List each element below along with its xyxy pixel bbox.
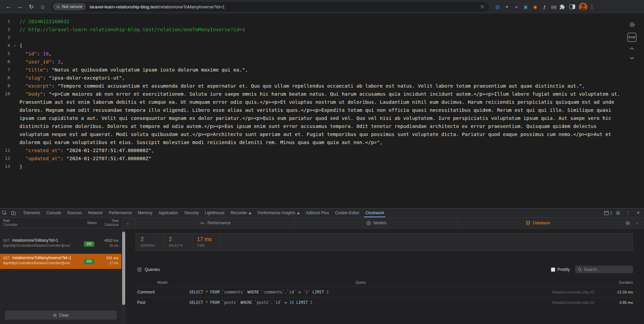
- caret-spacer: [10, 90, 19, 146]
- devtools-tab-clockwork[interactable]: Clockwork: [362, 209, 387, 217]
- stat-value: 2: [169, 236, 187, 242]
- extension-purple-icon[interactable]: ●: [512, 3, 521, 11]
- bookmark-star-icon[interactable]: ☆: [480, 4, 485, 10]
- clockwork-tab-database[interactable]: Database: [457, 218, 618, 228]
- address-bar[interactable]: ⚠ Not secure laravel-learn-relationship-…: [51, 2, 489, 12]
- requests-list: GET/relation/oneToMany?id=14932 msApp\Ht…: [0, 236, 121, 269]
- console-panel-icon: [604, 211, 609, 215]
- json-settings-gear-icon[interactable]: [629, 21, 635, 29]
- devtools-tab-performance-insights[interactable]: Performance insights: [254, 209, 303, 217]
- token-pu: [19, 67, 25, 73]
- collapse-panel-icon[interactable]: ‹: [636, 221, 638, 225]
- code-line: 13}: [0, 163, 644, 171]
- scroll-up-icon[interactable]: [630, 45, 634, 51]
- extension-blue-icon[interactable]: ▤: [493, 3, 502, 11]
- scrollbar-thumb[interactable]: [122, 232, 125, 305]
- clockwork-tab-strip: ‹ PerformanceModelsDatabase ‹: [121, 218, 644, 229]
- scroll-down-icon[interactable]: [630, 55, 634, 61]
- security-chip[interactable]: ⚠ Not secure: [53, 3, 86, 10]
- profile-avatar[interactable]: [579, 3, 587, 11]
- devtools-tab-application[interactable]: Application: [155, 209, 181, 217]
- queries-header: Queries Prettify: [136, 266, 633, 273]
- sql-token-str: '1': [303, 290, 310, 294]
- sql-token-kw: LIMIT: [312, 290, 324, 294]
- status-badge: 200: [84, 241, 94, 247]
- tab-label: Sources: [67, 211, 82, 215]
- prettify-checkbox[interactable]: [551, 268, 555, 272]
- request-line1: GET/relation/oneToMany?id=14932 ms: [3, 238, 118, 243]
- browser-menu-button[interactable]: ⋮: [588, 2, 596, 11]
- search-icon: [578, 268, 582, 272]
- collapse-caret-icon[interactable]: ▾: [10, 42, 19, 50]
- experiment-flask-icon: [249, 212, 251, 214]
- search-input[interactable]: [584, 267, 630, 272]
- extensions-puzzle-icon[interactable]: [558, 3, 566, 11]
- clear-icon: ⊘: [53, 313, 57, 318]
- raw-toggle-button[interactable]: RAW: [627, 33, 637, 42]
- devtools-tab-cookie-editor[interactable]: Cookie-Editor: [332, 209, 362, 217]
- extension-multicolor-icon[interactable]: ◉: [531, 3, 539, 11]
- clear-label: Clear: [59, 313, 69, 318]
- devtools-tab-console[interactable]: Console: [43, 209, 64, 217]
- tab-label: Database: [533, 221, 550, 225]
- tab-label: Application: [158, 211, 178, 215]
- devtools-tab-network[interactable]: Network: [85, 209, 106, 217]
- caret-spacer: [10, 50, 19, 58]
- home-button[interactable]: ⌂: [37, 1, 48, 12]
- request-row[interactable]: GET/relation/oneToManyInverse?id=1531 ms…: [0, 254, 121, 269]
- code-line: 3: [0, 34, 644, 42]
- sql-token-num: 18: [289, 300, 294, 305]
- extension-alpha-icon[interactable]: (α): [550, 3, 558, 11]
- stat-label: SELECTS: [169, 244, 187, 247]
- collapse-left-icon[interactable]: ‹: [121, 218, 134, 228]
- query-search[interactable]: [575, 266, 633, 273]
- warning-icon: ⚠: [56, 4, 60, 9]
- devtools-settings-gear-icon[interactable]: [613, 211, 623, 216]
- devtools-tab-security[interactable]: Security: [181, 209, 202, 217]
- devtools-close-button[interactable]: ×: [634, 210, 642, 216]
- url-text: laravel-learn-relationship-blog.test/rel…: [90, 4, 225, 9]
- devtools-tab-sources[interactable]: Sources: [64, 209, 85, 217]
- devtools-tab-elements[interactable]: Elements: [20, 209, 43, 217]
- stat-queries: 2QUERIES: [136, 234, 164, 250]
- back-button[interactable]: ←: [3, 1, 14, 12]
- caret-spacer: [10, 74, 19, 82]
- inspect-element-icon[interactable]: [0, 209, 9, 217]
- clockwork-settings-gear-icon[interactable]: [625, 221, 630, 226]
- request-row[interactable]: GET/relation/oneToMany?id=14932 msApp\Ht…: [0, 236, 121, 251]
- clear-button[interactable]: ⊘ Clear: [5, 311, 117, 320]
- token-pu: ,: [245, 67, 248, 73]
- devtools-tab-memory[interactable]: Memory: [135, 209, 155, 217]
- devtools-tab-performance[interactable]: Performance: [106, 209, 135, 217]
- clockwork-tab-models[interactable]: Models: [296, 218, 457, 228]
- pulse-icon: [200, 221, 205, 225]
- devtools-tab-lighthouse[interactable]: Lighthouse: [202, 209, 228, 217]
- prettify-toggle[interactable]: Prettify: [551, 267, 570, 272]
- forward-button[interactable]: →: [14, 1, 26, 12]
- stats-bar: 2QUERIES2SELECTS17 msTIME: [136, 233, 633, 251]
- device-toolbar-icon[interactable]: [9, 209, 18, 217]
- token-key: "id": [25, 51, 37, 56]
- clockwork-tab-performance[interactable]: Performance: [134, 218, 296, 228]
- console-drawer-button[interactable]: 1: [604, 211, 612, 215]
- extension-dark-icon[interactable]: ✦: [503, 3, 511, 11]
- query-row[interactable]: PostSELECT * FROM `posts` WHERE `posts`.…: [136, 297, 633, 308]
- sidebar-scrollbar[interactable]: [121, 229, 126, 324]
- token-pu: [19, 148, 25, 153]
- query-duration: 3.85 ms: [603, 300, 633, 305]
- back-icon: ←: [6, 3, 11, 10]
- extension-teal-icon[interactable]: ▣: [522, 3, 530, 11]
- code-line: 7 "title": "Natus at quibusdam voluptatu…: [0, 66, 644, 74]
- caret-spacer: [10, 82, 19, 90]
- refresh-button[interactable]: ↻: [26, 1, 37, 12]
- query-row[interactable]: CommentSELECT * FROM `comments` WHERE `c…: [136, 287, 633, 297]
- extension-function-icon[interactable]: ƒ: [540, 3, 549, 11]
- devtools-menu-button[interactable]: ⋮: [624, 211, 633, 215]
- token-str: "<p>Cum maiores ab non error et exercita…: [19, 91, 623, 145]
- split-view-button[interactable]: [568, 2, 577, 11]
- devtools-right-controls: 1 ⋮ ×: [604, 210, 644, 216]
- stat-label: TIME: [197, 244, 215, 247]
- devtools-tab-recorder[interactable]: Recorder: [228, 209, 254, 217]
- devtools-tab-adblock-plus[interactable]: Adblock Plus: [303, 209, 332, 217]
- line-number: 8: [0, 74, 10, 82]
